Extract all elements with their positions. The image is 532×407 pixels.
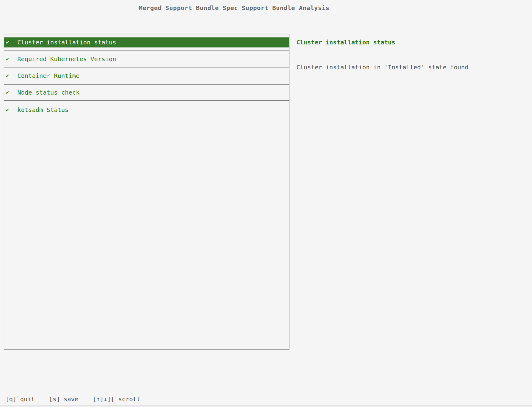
check-icon: ✔ [6,107,10,112]
footer-keybar: [q] quit [s] save [↑]↓][ scroll [5,395,140,403]
list-item-kotsadm-status[interactable]: ✔ kotsadm Status [4,101,289,118]
analyzer-results-list: ✔ Cluster installation status ✔ Required… [4,34,289,350]
check-icon: ✔ [6,40,10,45]
list-item-label: Container Runtime [17,73,80,79]
list-item-required-kubernetes-version[interactable]: ✔ Required Kubernetes Version [4,51,289,68]
title-bar: Merged Support Bundle Spec Support Bundl… [0,4,468,12]
check-icon: ✔ [6,90,10,95]
page-title: Merged Support Bundle Spec Support Bundl… [139,4,329,12]
terminal-screen: Merged Support Bundle Spec Support Bundl… [0,0,532,407]
window-bottom-edge [0,405,532,407]
list-item-highlight: ✔ Cluster installation status [4,37,289,47]
detail-heading: Cluster installation status [296,38,395,46]
list-item-node-status-check[interactable]: ✔ Node status check [4,85,289,101]
list-item-cluster-installation-status[interactable]: ✔ Cluster installation status [4,34,289,51]
footer-save-key[interactable]: [s] save [49,395,78,403]
check-icon: ✔ [6,73,10,78]
check-icon: ✔ [6,57,10,61]
list-item-label: Cluster installation status [17,39,116,45]
list-item-label: Node status check [17,89,80,96]
detail-message: Cluster installation in 'Installed' stat… [296,63,468,71]
list-item-container-runtime[interactable]: ✔ Container Runtime [4,68,289,85]
list-item-label: Required Kubernetes Version [17,56,116,62]
footer-quit-key[interactable]: [q] quit [5,395,35,403]
footer-scroll-key: [↑]↓][ scroll [93,395,140,403]
list-item-label: kotsadm Status [17,107,69,113]
